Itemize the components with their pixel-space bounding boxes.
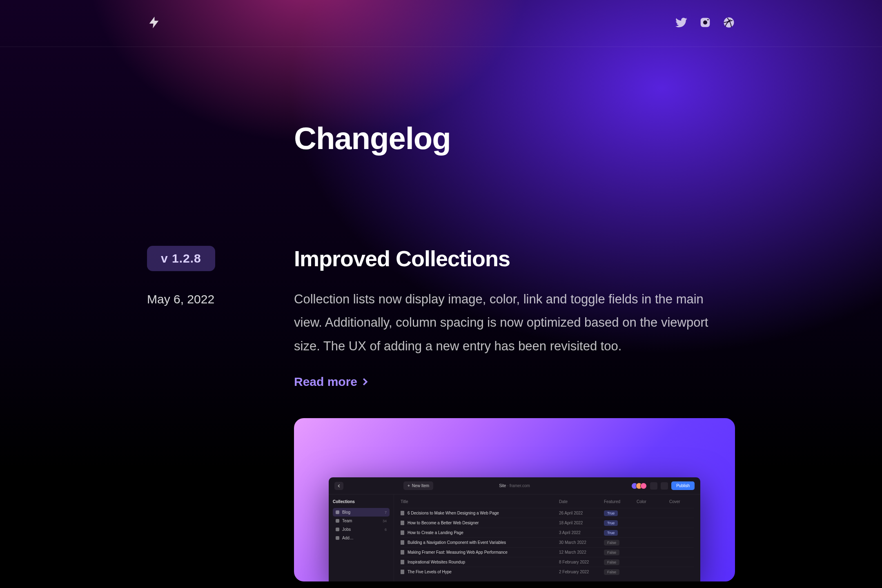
instagram-icon <box>699 23 711 30</box>
mini-row-title: How to Become a Better Web Designer <box>401 521 559 525</box>
document-icon <box>401 530 404 535</box>
document-icon <box>401 550 404 555</box>
collection-icon <box>336 536 339 540</box>
mini-sidebar-item[interactable]: Jobs6 <box>333 525 390 534</box>
svg-point-1 <box>703 20 707 24</box>
mini-table-header: Title Date Featured Color Cover <box>401 499 694 508</box>
mini-row-date: 18 April 2022 <box>559 521 604 525</box>
mini-row-date: 2 February 2022 <box>559 570 604 574</box>
plus-icon: + <box>408 483 410 488</box>
collection-icon <box>336 510 339 514</box>
mini-row-featured: False <box>604 540 637 545</box>
mini-sidebar-item-count: 6 <box>385 528 387 532</box>
mini-col-date: Date <box>559 499 604 504</box>
mini-sidebar-item[interactable]: Add… <box>333 534 390 542</box>
mini-sidebar-item[interactable]: Team34 <box>333 517 390 525</box>
mini-site-label: Site <box>499 483 506 488</box>
mini-sidebar-item-label: Blog <box>342 510 350 514</box>
entry-meta: v 1.2.8 May 6, 2022 <box>147 246 294 581</box>
mini-site-sep: · <box>507 483 508 488</box>
mini-row-date: 30 March 2022 <box>559 540 604 545</box>
mini-topbar: +New Item Site · framer.com Publish <box>329 477 700 494</box>
twitter-icon <box>675 23 688 30</box>
document-icon <box>401 540 404 545</box>
mini-table-row[interactable]: How to Become a Better Web Designer18 Ap… <box>401 518 694 528</box>
mini-back-button[interactable] <box>334 482 343 490</box>
mini-site-value: framer.com <box>510 483 530 488</box>
site-header <box>0 0 882 47</box>
mini-row-featured: False <box>604 550 637 555</box>
mini-topbar-right: Publish <box>633 481 695 490</box>
mini-new-item-button[interactable]: +New Item <box>403 481 433 490</box>
entry-body: Improved Collections Collection lists no… <box>294 246 735 581</box>
mini-col-title: Title <box>401 499 559 504</box>
mini-publish-button[interactable]: Publish <box>671 481 695 490</box>
page-title: Changelog <box>294 120 735 156</box>
mini-new-label: New Item <box>412 483 429 488</box>
dribbble-link[interactable] <box>723 16 735 30</box>
mini-row-date: 3 April 2022 <box>559 530 604 535</box>
mini-row-date: 8 February 2022 <box>559 560 604 564</box>
mini-sidebar-item-count: 7 <box>385 510 387 514</box>
entry-title: Improved Collections <box>294 246 735 271</box>
mini-row-title: Building a Navigation Component with Eve… <box>401 540 559 545</box>
mini-sidebar-item-count: 34 <box>383 519 387 523</box>
collection-icon <box>336 528 339 531</box>
mini-sidebar-item-label: Team <box>342 519 352 523</box>
mini-row-date: 26 April 2022 <box>559 511 604 515</box>
document-icon <box>401 560 404 564</box>
mini-sidebar-item-label: Jobs <box>342 527 351 532</box>
document-icon <box>401 511 404 515</box>
mini-play-button[interactable] <box>661 482 668 490</box>
mini-sidebar-item[interactable]: Blog7 <box>333 508 390 517</box>
mini-table-row[interactable]: The Five Levels of Hype2 February 2022Fa… <box>401 567 694 577</box>
entry-description: Collection lists now display image, colo… <box>294 287 735 358</box>
mini-table-row[interactable]: Making Framer Fast: Measuring Web App Pe… <box>401 547 694 557</box>
mini-row-date: 12 March 2022 <box>559 550 604 555</box>
mini-row-featured: True <box>604 521 637 525</box>
mini-row-featured: True <box>604 530 637 535</box>
mini-table: Title Date Featured Color Cover 6 Decisi… <box>394 494 700 581</box>
mini-app: +New Item Site · framer.com Publish Coll… <box>329 477 700 581</box>
document-icon <box>401 570 404 574</box>
main-content: Changelog v 1.2.8 May 6, 2022 Improved C… <box>0 120 882 581</box>
logo-link[interactable] <box>147 16 161 31</box>
screenshot-card: +New Item Site · framer.com Publish Coll… <box>294 418 735 581</box>
mini-col-featured: Featured <box>604 499 637 504</box>
collection-icon <box>336 519 339 523</box>
read-more-label: Read more <box>294 375 357 389</box>
mini-col-cover: Cover <box>669 499 694 504</box>
svg-point-2 <box>707 19 708 20</box>
mini-col-color: Color <box>637 499 669 504</box>
mini-row-title: The Five Levels of Hype <box>401 570 559 574</box>
mini-sidebar-item-label: Add… <box>342 536 354 540</box>
mini-row-featured: True <box>604 511 637 515</box>
mini-row-featured: False <box>604 560 637 564</box>
mini-sidebar-heading: Collections <box>333 499 390 504</box>
mini-body: Collections Blog7Team34Jobs6Add… Title D… <box>329 494 700 581</box>
changelog-entry: v 1.2.8 May 6, 2022 Improved Collections… <box>147 246 735 581</box>
mini-table-row[interactable]: 6 Decisions to Make When Designing a Web… <box>401 508 694 518</box>
mini-table-row[interactable]: Inspirational Websites Roundup8 February… <box>401 557 694 567</box>
entry-date: May 6, 2022 <box>147 292 294 306</box>
mini-settings-button[interactable] <box>650 482 657 490</box>
chevron-right-icon <box>362 375 368 389</box>
social-links <box>675 16 735 30</box>
version-badge: v 1.2.8 <box>147 246 215 271</box>
mini-row-featured: False <box>604 570 637 574</box>
twitter-link[interactable] <box>675 16 688 30</box>
document-icon <box>401 521 404 525</box>
mini-row-title: Making Framer Fast: Measuring Web App Pe… <box>401 550 559 555</box>
mini-site-breadcrumb: Site · framer.com <box>499 483 530 488</box>
bolt-icon <box>147 24 161 31</box>
mini-row-title: How to Create a Landing Page <box>401 530 559 535</box>
dribbble-icon <box>723 23 735 30</box>
mini-table-row[interactable]: How to Create a Landing Page3 April 2022… <box>401 528 694 537</box>
mini-avatars <box>633 483 647 489</box>
mini-row-title: Inspirational Websites Roundup <box>401 560 559 564</box>
instagram-link[interactable] <box>699 16 711 30</box>
mini-row-title: 6 Decisions to Make When Designing a Web… <box>401 511 559 515</box>
mini-sidebar: Collections Blog7Team34Jobs6Add… <box>329 494 394 581</box>
read-more-link[interactable]: Read more <box>294 375 368 389</box>
mini-table-row[interactable]: Building a Navigation Component with Eve… <box>401 537 694 547</box>
